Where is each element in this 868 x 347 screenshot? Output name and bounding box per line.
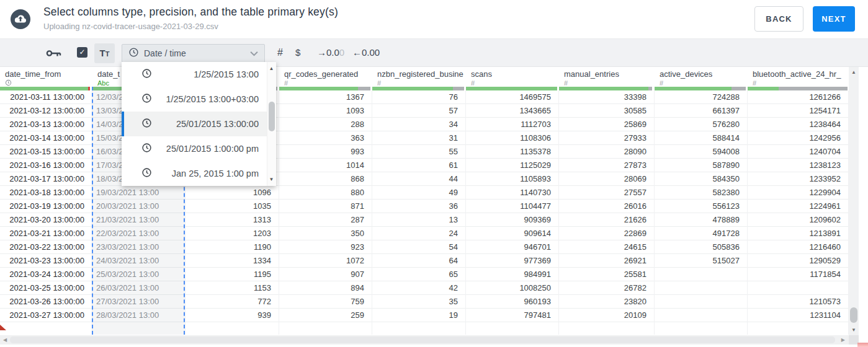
decrease-decimal-button[interactable]: ←0.00: [352, 47, 380, 58]
table-cell: 984991: [466, 268, 558, 281]
table-cell: 2021-03-27 13:00:00: [0, 309, 92, 322]
format-option[interactable]: 1/25/2015 13:00+03:00: [122, 87, 267, 112]
format-option[interactable]: 25/01/2015 1:00:00 pm: [122, 136, 267, 161]
table-cell: 1240704: [748, 145, 848, 159]
table-cell: [655, 295, 747, 309]
check-icon: ✓: [79, 48, 85, 56]
scroll-up-icon[interactable]: ▲: [849, 69, 859, 75]
table-cell: 27933: [559, 131, 654, 145]
table-column: scans#1469575134366511127031108306113537…: [466, 67, 559, 335]
table-cell: 23/03/2021 13:00: [92, 240, 185, 254]
upload-cloud-icon: [11, 9, 30, 29]
table-cell: 907: [279, 268, 372, 281]
table-cell: 2021-03-16 13:00:00: [0, 159, 92, 172]
table-cell: 2021-03-25 13:00:00: [0, 281, 92, 295]
format-dropdown-list: 1/25/2015 13:001/25/2015 13:00+03:0025/0…: [122, 62, 267, 186]
table-cell: 588414: [655, 131, 747, 145]
table-cell: 923: [279, 240, 372, 254]
chevron-down-icon: [250, 48, 258, 58]
scroll-down-icon[interactable]: ▼: [849, 327, 859, 333]
table-cell: 576280: [655, 118, 747, 131]
column-type-label: #: [753, 79, 846, 87]
currency-type-button[interactable]: $: [295, 47, 300, 58]
table-cell: 582380: [655, 186, 747, 200]
column-type-select[interactable]: Date / time: [122, 44, 265, 63]
table-cell: 20/03/2021 13:00: [92, 200, 185, 213]
table-cell: 939: [186, 309, 279, 322]
table-cell: 24: [372, 227, 465, 240]
next-button[interactable]: NEXT: [813, 6, 855, 32]
table-cell: 30585: [559, 104, 654, 118]
csv-import-dialog: Select columns type, precision, and the …: [0, 0, 868, 347]
table-cell: 1203: [186, 227, 279, 240]
table-cell: 2021-03-19 13:00:00: [0, 200, 92, 213]
table-cell: 44: [372, 172, 465, 186]
table-cell: 13: [372, 213, 465, 227]
table-cell: 35: [372, 295, 465, 309]
boolean-type-checkbox[interactable]: ✓: [77, 47, 87, 58]
scroll-up-icon[interactable]: ▲: [267, 66, 275, 71]
table-cell: 1096: [186, 186, 279, 200]
column-header[interactable]: active_devices#: [655, 67, 748, 87]
table-cell: 1135378: [466, 145, 558, 159]
column-header[interactable]: manual_entries#: [559, 67, 655, 87]
format-option[interactable]: 1/25/2015 13:00: [122, 62, 267, 87]
table-cell: 21/03/2021 13:00: [92, 213, 185, 227]
number-type-button[interactable]: #: [277, 47, 283, 58]
scroll-right-icon[interactable]: ▶: [841, 337, 845, 343]
table-cell: 2021-03-13 13:00:00: [0, 118, 92, 131]
format-option[interactable]: Jan 25, 2015 1:00 pm: [122, 161, 267, 186]
horizontal-scrollbar-thumb[interactable]: [10, 336, 835, 343]
text-type-button[interactable]: TT: [94, 43, 115, 63]
table-cell: 1229904: [748, 186, 848, 200]
table-cell: 22/03/2021 13:00: [92, 227, 185, 240]
format-option-label: 25/01/2015 1:00:00 pm: [157, 144, 259, 154]
table-cell: 2021-03-20 13:00:00: [0, 213, 92, 227]
table-cell: 363: [279, 131, 372, 145]
table-cell: 2021-03-21 13:00:00: [0, 227, 92, 240]
table-cell: 350: [279, 227, 372, 240]
table-cell: 2021-03-22 13:00:00: [0, 240, 92, 254]
table-cell: 25869: [559, 118, 654, 131]
table-cell: 42: [372, 281, 465, 295]
vertical-scrollbar-thumb[interactable]: [850, 307, 857, 323]
column-type-label: #: [564, 79, 652, 87]
primary-key-button[interactable]: [46, 48, 63, 58]
table-cell: 1008250: [466, 281, 558, 295]
date-format-dropdown: 1/25/2015 13:001/25/2015 13:00+03:0025/0…: [122, 62, 276, 186]
column-header[interactable]: bluetooth_active_24_hr_#: [748, 67, 849, 87]
table-cell: 25581: [559, 268, 654, 281]
scroll-left-icon[interactable]: ◀: [3, 337, 7, 343]
table-cell: 61: [372, 159, 465, 172]
format-option[interactable]: 25/01/2015 13:00:00: [122, 112, 267, 136]
column-header[interactable]: scans#: [466, 67, 559, 87]
dropdown-scrollbar-thumb[interactable]: [269, 102, 275, 131]
column-type-select-value: Date / time: [144, 48, 245, 58]
dropdown-scrollbar[interactable]: ▲ ▼: [267, 62, 276, 186]
column-header[interactable]: qr_codes_generated#: [279, 67, 372, 87]
table-column: date_time_from2021-03-11 13:00:002021-03…: [0, 67, 92, 335]
column-header[interactable]: date_time_from: [0, 67, 92, 87]
table-cell: 1014: [279, 159, 372, 172]
back-button[interactable]: BACK: [754, 6, 803, 32]
column-header[interactable]: nzbn_registered_busine#: [372, 67, 466, 87]
table-cell: 27/03/2021 13:00: [92, 295, 185, 309]
horizontal-scrollbar[interactable]: ◀ ▶: [0, 335, 849, 345]
table-cell: 19/03/2021 13:00: [92, 186, 185, 200]
table-cell: 1035: [186, 200, 279, 213]
table-cell: 2021-03-17 13:00:00: [0, 172, 92, 186]
table-cell: [655, 268, 747, 281]
increase-decimal-button[interactable]: →0.00: [317, 47, 344, 58]
column-type-label: #: [377, 79, 463, 87]
table-cell: 26/03/2021 13:00: [92, 281, 185, 295]
scroll-down-icon[interactable]: ▼: [267, 177, 275, 182]
table-cell: 2021-03-23 13:00:00: [0, 254, 92, 268]
table-cell: 1343665: [466, 104, 558, 118]
table-cell: 31: [372, 131, 465, 145]
table-cell: 24615: [559, 240, 654, 254]
table-cell: 515027: [655, 254, 747, 268]
clock-icon: [128, 47, 139, 59]
table-column: bluetooth_active_24_hr_#1261266125417112…: [748, 67, 849, 335]
table-cell: 36: [372, 200, 465, 213]
vertical-scrollbar[interactable]: ▲ ▼: [849, 67, 859, 335]
